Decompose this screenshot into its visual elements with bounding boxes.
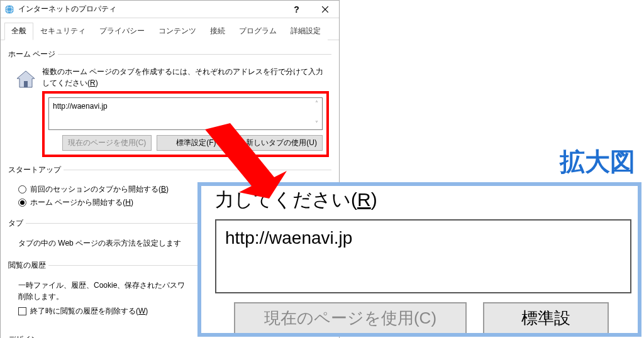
tab-content[interactable]: コンテンツ: [152, 23, 203, 40]
homepage-url-value: http://waenavi.jp: [53, 102, 108, 111]
checkbox-icon: [18, 307, 26, 315]
zoom-homepage-url-input[interactable]: http://waenavi.jp: [215, 219, 631, 293]
use-default-button[interactable]: 標準設定(F): [157, 135, 235, 151]
close-button[interactable]: [311, 1, 339, 18]
tab-advanced[interactable]: 詳細設定: [284, 23, 328, 40]
internet-options-icon: [4, 4, 14, 14]
startup-home-label: ホーム ページから開始する(H): [30, 197, 133, 208]
help-button[interactable]: ?: [282, 1, 311, 18]
tab-strip: 全般 セキュリティ プライバシー コンテンツ 接続 プログラム 詳細設定: [1, 18, 339, 40]
highlight-frame: http://waenavi.jp ˄ ˅ 現在のページを使用(C) 標準設定(…: [42, 91, 329, 157]
homepage-legend: ホーム ページ: [8, 49, 58, 60]
radio-icon: [18, 185, 26, 194]
close-icon: [322, 6, 328, 13]
homepage-url-input[interactable]: http://waenavi.jp ˄ ˅: [48, 97, 323, 130]
zoom-instruction-fragment: 力してください(R): [215, 187, 631, 213]
dialog-title: インターネットのプロパティ: [18, 4, 282, 14]
svg-point-0: [5, 5, 14, 14]
scroll-up-icon[interactable]: ˄: [312, 99, 321, 108]
zoom-label: 拡大図: [560, 144, 635, 179]
delete-on-exit-label: 終了時に閲覧の履歴を削除する(W): [30, 306, 148, 317]
use-current-button[interactable]: 現在のページを使用(C): [62, 135, 152, 151]
radio-checked-icon: [18, 199, 26, 207]
history-legend: 閲覧の履歴: [8, 260, 48, 271]
tab-connections[interactable]: 接続: [203, 23, 232, 40]
design-legend: デザイン: [8, 334, 41, 338]
tab-privacy[interactable]: プライバシー: [92, 23, 152, 40]
startup-prev-label: 前回のセッションのタブから開始する(B): [30, 184, 169, 195]
zoom-use-current-button[interactable]: 現在のページを使用(C): [234, 302, 467, 334]
use-newtab-button[interactable]: 新しいタブの使用(U): [240, 135, 323, 151]
zoom-use-default-button[interactable]: 標準設: [483, 302, 609, 334]
startup-legend: スタートアップ: [8, 165, 64, 175]
tab-programs[interactable]: プログラム: [232, 23, 284, 40]
titlebar: インターネットのプロパティ ?: [1, 1, 339, 18]
svg-rect-6: [24, 81, 28, 87]
homepage-instruction: 複数のホーム ページのタブを作成するには、それぞれのアドレスを行で分けて入力して…: [42, 66, 329, 89]
tab-security[interactable]: セキュリティ: [33, 23, 92, 40]
zoom-frame: 力してください(R) http://waenavi.jp 現在のページを使用(C…: [197, 182, 641, 337]
home-icon: [14, 68, 37, 91]
tab-general[interactable]: 全般: [4, 23, 33, 40]
zoom-url-value: http://waenavi.jp: [225, 228, 352, 248]
tabs-legend: タブ: [8, 218, 26, 229]
scroll-down-icon[interactable]: ˅: [312, 119, 321, 128]
homepage-group: ホーム ページ 複数のホーム ページのタブを作成するには、それぞれのアドレスを行…: [8, 49, 331, 160]
